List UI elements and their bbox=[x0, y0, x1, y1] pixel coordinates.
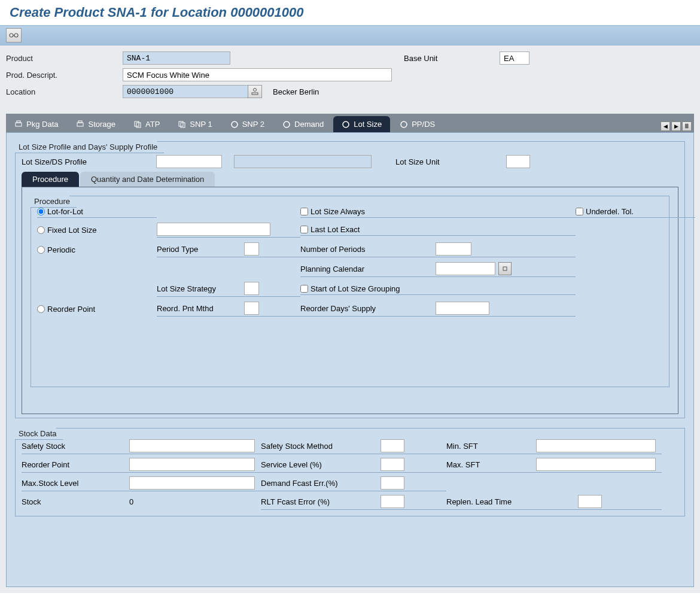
tab-storage[interactable]: Storage bbox=[68, 116, 124, 132]
stock-value: 0 bbox=[129, 497, 133, 506]
triangle-right-icon: ▶ bbox=[674, 123, 678, 129]
radio-periodic[interactable]: Periodic bbox=[37, 245, 157, 254]
tab-scroll-left-button[interactable]: ◀ bbox=[661, 121, 670, 131]
circle-icon bbox=[282, 120, 291, 129]
check-underdel-tol-input[interactable] bbox=[576, 208, 583, 215]
safety-stock-input[interactable] bbox=[129, 439, 255, 452]
radio-reorder-point-input[interactable] bbox=[37, 305, 45, 313]
copy-icon bbox=[178, 120, 186, 129]
min-sft-input[interactable] bbox=[536, 439, 656, 452]
baseunit-input[interactable] bbox=[500, 51, 529, 65]
radio-lot-for-lot-input[interactable] bbox=[37, 208, 45, 215]
replen-input[interactable] bbox=[578, 495, 602, 508]
tab-snp1[interactable]: SNP 1 bbox=[169, 116, 220, 132]
max-stock-input[interactable] bbox=[129, 476, 255, 490]
subtab-procedure[interactable]: Procedure bbox=[22, 172, 79, 187]
reorder-days-input[interactable] bbox=[436, 302, 489, 315]
group-title-lotsize-profile: Lot Size Profile and Days' Supply Profil… bbox=[15, 141, 164, 153]
service-level-label: Service Level (%) bbox=[261, 460, 381, 469]
location-input[interactable] bbox=[123, 85, 248, 98]
tab-pkg-data[interactable]: Pkg Data bbox=[6, 116, 66, 132]
product-label: Product bbox=[6, 54, 123, 63]
page-title: Create Product SNA-1 for Location 000000… bbox=[0, 0, 700, 25]
max-stock-label: Max.Stock Level bbox=[22, 479, 129, 488]
plancal-label: Planning Calendar bbox=[300, 265, 432, 273]
profile-input[interactable] bbox=[156, 155, 222, 168]
printer-icon bbox=[14, 120, 23, 129]
descript-input[interactable] bbox=[123, 68, 392, 81]
check-lotsize-always[interactable]: Lot Size Always bbox=[300, 207, 576, 218]
svg-point-16 bbox=[401, 121, 407, 127]
radio-periodic-input[interactable] bbox=[37, 246, 45, 254]
descript-label: Prod. Descript. bbox=[6, 71, 123, 80]
plancal-f4-button[interactable] bbox=[498, 262, 512, 275]
periodtype-label: Period Type bbox=[157, 245, 241, 254]
check-start-grouping-input[interactable] bbox=[300, 285, 308, 293]
fixed-lot-input[interactable] bbox=[157, 223, 270, 236]
check-lotsize-always-input[interactable] bbox=[300, 208, 308, 215]
product-input[interactable] bbox=[123, 51, 230, 65]
circle-icon bbox=[342, 120, 350, 129]
toggle-display-change-button[interactable] bbox=[6, 28, 22, 42]
check-start-grouping[interactable]: Start of Lot Size Grouping bbox=[300, 284, 576, 295]
svg-point-1 bbox=[14, 34, 18, 37]
subtab-qty-date[interactable]: Quantity and Date Determination bbox=[80, 172, 215, 187]
profile-desc-input[interactable] bbox=[234, 155, 372, 168]
check-last-lot-exact-input[interactable] bbox=[300, 226, 308, 233]
svg-rect-7 bbox=[77, 123, 83, 126]
reorder-point-input[interactable] bbox=[129, 458, 255, 471]
safety-stock-label: Safety Stock bbox=[22, 442, 129, 451]
reord-method-input[interactable] bbox=[244, 302, 259, 315]
tab-ppds[interactable]: PP/DS bbox=[391, 116, 443, 132]
reorder-days-label: Reorder Days' Supply bbox=[300, 304, 432, 313]
min-sft-label: Min. SFT bbox=[446, 442, 536, 451]
tab-snp2[interactable]: SNP 2 bbox=[222, 116, 273, 132]
square-icon bbox=[502, 266, 508, 272]
reorder-point-label: Reorder Point bbox=[22, 460, 129, 469]
radio-fixed-lot[interactable]: Fixed Lot Size bbox=[37, 226, 157, 235]
group-lotsize-profile: Lot Size Profile and Days' Supply Profil… bbox=[15, 141, 685, 418]
reord-method-label: Reord. Pnt Mthd bbox=[157, 304, 241, 313]
circle-icon bbox=[400, 120, 408, 129]
plancal-input[interactable] bbox=[436, 262, 495, 275]
demand-fcast-input[interactable] bbox=[381, 476, 404, 490]
tab-lot-size[interactable]: Lot Size bbox=[333, 116, 390, 132]
service-level-input[interactable] bbox=[381, 458, 404, 471]
periodtype-input[interactable] bbox=[244, 242, 259, 256]
svg-point-14 bbox=[284, 121, 290, 127]
tab-scroll-right-button[interactable]: ▶ bbox=[671, 121, 681, 131]
max-sft-input[interactable] bbox=[536, 458, 656, 471]
matchcode-icon bbox=[251, 87, 259, 96]
check-underdel-tol[interactable]: Underdel. Tol. bbox=[576, 207, 695, 218]
svg-point-4 bbox=[254, 89, 257, 92]
check-last-lot-exact[interactable]: Last Lot Exact bbox=[300, 225, 576, 236]
radio-reorder-point[interactable]: Reorder Point bbox=[37, 305, 157, 314]
lotsize-unit-input[interactable] bbox=[506, 155, 530, 168]
subtab-body-procedure: Procedure Lot-for-Lot Lot Size Always bbox=[22, 187, 678, 414]
svg-point-15 bbox=[343, 121, 349, 127]
group-stock-data: Stock Data Safety Stock Safety Stock Met… bbox=[15, 428, 685, 516]
radio-lot-for-lot[interactable]: Lot-for-Lot bbox=[37, 207, 157, 218]
sub-tabstrip: Procedure Quantity and Date Determinatio… bbox=[22, 172, 678, 187]
svg-rect-5 bbox=[16, 123, 22, 126]
max-sft-label: Max. SFT bbox=[446, 460, 536, 469]
lotstrategy-input[interactable] bbox=[244, 282, 259, 295]
tab-demand[interactable]: Demand bbox=[274, 116, 332, 132]
toolbar bbox=[0, 25, 700, 45]
location-search-button[interactable] bbox=[248, 85, 262, 98]
profile-label: Lot Size/DS Profile bbox=[22, 157, 156, 166]
rlt-fcast-input[interactable] bbox=[381, 495, 404, 508]
tab-atp[interactable]: ATP bbox=[125, 116, 168, 132]
numperiods-input[interactable] bbox=[436, 242, 471, 256]
radio-fixed-lot-input[interactable] bbox=[37, 226, 45, 234]
main-tabstrip: Pkg Data Storage ATP SNP 1 SNP 2 Demand … bbox=[6, 114, 694, 132]
svg-point-0 bbox=[10, 34, 13, 37]
tab-list-button[interactable]: ≣ bbox=[682, 121, 692, 131]
copy-icon bbox=[133, 120, 142, 129]
svg-rect-6 bbox=[17, 121, 20, 123]
tab-content-lot-size: Lot Size Profile and Days' Supply Profil… bbox=[6, 132, 694, 587]
triangle-left-icon: ◀ bbox=[664, 123, 668, 129]
numperiods-label: Number of Periods bbox=[300, 245, 432, 254]
glasses-icon bbox=[9, 32, 19, 39]
ss-method-input[interactable] bbox=[381, 439, 404, 452]
